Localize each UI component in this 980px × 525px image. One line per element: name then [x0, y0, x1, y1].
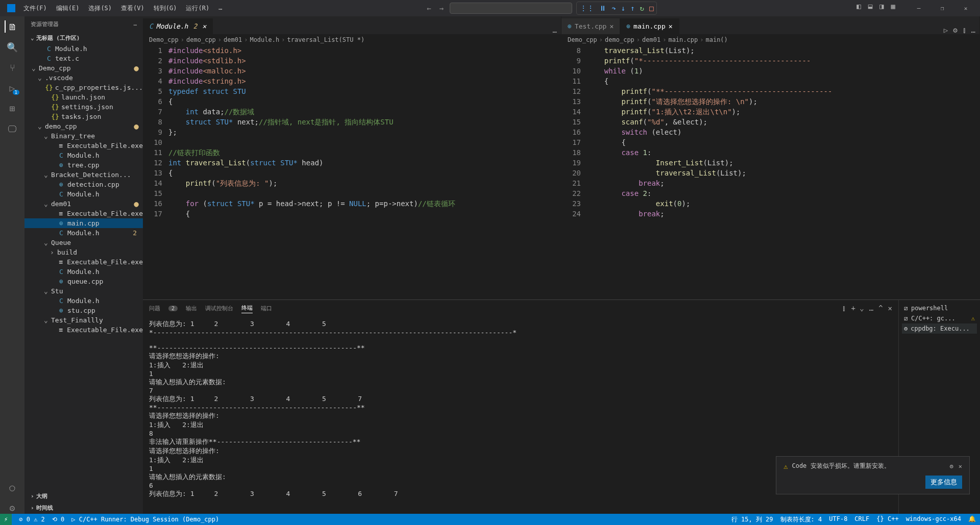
tree-item[interactable]: ⌄Test_Finallly	[24, 315, 143, 325]
menu-file[interactable]: 文件(F)	[19, 2, 51, 15]
debug-pause-icon[interactable]: ⏸	[598, 3, 607, 13]
debug-restart-icon[interactable]: ↻	[639, 3, 645, 13]
split-editor-icon[interactable]: ⫿	[963, 26, 966, 34]
notification-settings-icon[interactable]: ⚙	[950, 463, 953, 470]
activity-remote-icon[interactable]: 🖵	[6, 122, 18, 135]
layout-panel-left-icon[interactable]: ◧	[855, 1, 862, 16]
activity-debug-icon[interactable]: ▷1	[6, 82, 18, 94]
terminal-list-item[interactable]: ⧄C/C++: gc...⚠	[902, 313, 977, 323]
tab-close-icon[interactable]: ✕	[669, 22, 673, 30]
status-encoding[interactable]: UTF-8	[829, 515, 847, 524]
activity-extensions-icon[interactable]: ⊞	[6, 102, 18, 114]
editor-more-icon[interactable]: …	[971, 26, 975, 34]
debug-stop-icon[interactable]: □	[648, 3, 654, 13]
tree-item[interactable]: ⌄Demo_cpp●	[24, 63, 143, 73]
panel-close-icon[interactable]: ✕	[888, 304, 892, 312]
editor-more-icon[interactable]: …	[553, 26, 557, 34]
debug-stepover-icon[interactable]: ↷	[610, 3, 617, 13]
tree-item[interactable]: ⌄Queue	[24, 238, 143, 247]
menu-run[interactable]: 运行(R)	[182, 2, 213, 15]
panel-maximize-icon[interactable]: ^	[878, 304, 883, 312]
status-debug-session[interactable]: ▷ C/C++ Runner: Debug Session (Demo_cpp)	[71, 516, 219, 523]
terminal-split-icon[interactable]: ⫿	[842, 304, 846, 312]
menu-view[interactable]: 查看(V)	[117, 2, 149, 15]
status-indentation[interactable]: 制表符长度: 4	[780, 515, 822, 524]
terminal-list-item[interactable]: ⚙cppdbg: Execu...	[902, 323, 977, 334]
tree-item[interactable]: CModule.h	[24, 267, 143, 277]
tree-item[interactable]: ⌄dem01●	[24, 199, 143, 209]
activity-account-icon[interactable]: ◯	[6, 481, 18, 493]
sidebar-more-icon[interactable]: …	[133, 20, 137, 28]
minimap[interactable]	[520, 45, 561, 299]
timeline-section[interactable]: 时间线	[36, 504, 53, 512]
window-maximize-icon[interactable]: ❐	[931, 1, 953, 16]
menu-edit[interactable]: 编辑(E)	[52, 2, 84, 15]
status-errors[interactable]: ⊘ 0 ⚠ 2	[19, 516, 45, 523]
tree-item[interactable]: CModule.h2	[24, 228, 143, 238]
tab-close-icon[interactable]: ✕	[609, 22, 614, 30]
panel-tab-terminal[interactable]: 终端	[241, 303, 253, 313]
panel-tab-output[interactable]: 输出	[186, 304, 197, 313]
workspace-root[interactable]: 无标题 (工作区)	[36, 34, 80, 42]
activity-scm-icon[interactable]: ⑂	[6, 61, 18, 73]
breadcrumb[interactable]: Demo_cpp › demo_cpp › dem01 › Module.h ›…	[143, 34, 561, 45]
status-notifications-icon[interactable]: 🔔	[968, 515, 976, 524]
status-compiler-kit[interactable]: windows-gcc-x64	[906, 515, 961, 524]
tree-item[interactable]: ⊕stu.cpp	[24, 306, 143, 315]
debug-stepinto-icon[interactable]: ↓	[620, 3, 626, 13]
tree-item[interactable]: Ctext.c	[24, 54, 143, 63]
tab-module-h[interactable]: C Module.h 2 ✕	[143, 18, 213, 34]
notification-close-icon[interactable]: ✕	[959, 463, 962, 470]
layout-panel-right-icon[interactable]: ◨	[878, 1, 885, 16]
tree-item[interactable]: ⌄Binary_tree	[24, 131, 143, 141]
debug-grip-icon[interactable]: ⋮⋮	[579, 3, 595, 13]
command-center-search[interactable]	[450, 3, 572, 14]
tree-item[interactable]: ≡Executable_File.exe	[24, 257, 143, 267]
layout-panel-bottom-icon[interactable]: ⬓	[867, 1, 873, 16]
menu-more[interactable]: …	[214, 2, 226, 15]
status-language[interactable]: {} C++	[876, 515, 898, 524]
tree-item[interactable]: ⊕detection.cpp	[24, 180, 143, 189]
activity-settings-icon[interactable]: ⚙	[6, 502, 18, 514]
status-remote-icon[interactable]: ⚡	[0, 514, 12, 525]
tree-item[interactable]: ≡Executable_File.exe	[24, 209, 143, 218]
terminal-new-icon[interactable]: + ⌄	[851, 304, 864, 312]
debug-stepout-icon[interactable]: ↑	[629, 3, 635, 13]
window-close-icon[interactable]: ✕	[954, 1, 977, 16]
tree-item[interactable]: {}settings.json	[24, 102, 143, 112]
tree-item[interactable]: {}tasks.json	[24, 112, 143, 121]
tree-item[interactable]: CModule.h	[24, 44, 143, 54]
window-minimize-icon[interactable]: ─	[908, 1, 930, 16]
tree-item[interactable]: ⌄Bracket_Detection...	[24, 170, 143, 180]
tree-item[interactable]: ⌄demo_cpp●	[24, 121, 143, 131]
tree-item[interactable]: ⊕main.cpp	[24, 218, 143, 228]
tree-item[interactable]: ⊕queue.cpp	[24, 277, 143, 286]
tree-item[interactable]: CModule.h	[24, 296, 143, 306]
tree-item[interactable]: {}c_cpp_properties.js...	[24, 83, 143, 92]
tree-item[interactable]: ⌄.vscode	[24, 73, 143, 83]
status-cursor-position[interactable]: 行 15, 列 29	[731, 515, 773, 524]
panel-more-icon[interactable]: …	[869, 304, 873, 312]
tree-item[interactable]: ›build	[24, 247, 143, 257]
minimap[interactable]	[939, 45, 979, 299]
tree-item[interactable]: CModule.h	[24, 151, 143, 160]
activity-explorer-icon[interactable]: 🗎	[5, 20, 19, 33]
activity-search-icon[interactable]: 🔍	[6, 41, 18, 53]
tree-item[interactable]: ≡Executable_File.exe	[24, 325, 143, 335]
notification-more-info-button[interactable]: 更多信息	[925, 476, 962, 489]
panel-tab-debug-console[interactable]: 调试控制台	[205, 304, 233, 313]
status-eol[interactable]: CRLF	[854, 515, 869, 524]
tree-item[interactable]: ⊕tree.cpp	[24, 160, 143, 170]
tree-item[interactable]: {}launch.json	[24, 92, 143, 102]
menu-select[interactable]: 选择(S)	[84, 2, 116, 15]
run-icon[interactable]: ▷	[944, 26, 948, 34]
code-content[interactable]: traversal_List(List); printf("*---------…	[587, 45, 939, 299]
nav-forward-icon[interactable]: →	[437, 3, 446, 13]
tab[interactable]: ⊕Test.cpp✕	[561, 18, 620, 34]
tree-item[interactable]: ≡Executable_File.exe	[24, 141, 143, 151]
panel-tab-ports[interactable]: 端口	[261, 304, 272, 313]
panel-tab-problems[interactable]: 问题	[149, 304, 160, 313]
outline-section[interactable]: 大纲	[36, 492, 47, 500]
code-content[interactable]: #include<stdio.h>#include<stdlib.h>#incl…	[168, 45, 520, 299]
layout-customize-icon[interactable]: ▦	[890, 1, 896, 16]
